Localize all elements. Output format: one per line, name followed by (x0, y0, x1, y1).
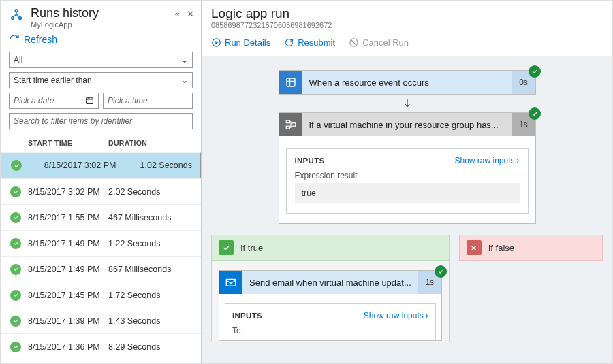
chevron-right-icon: › (426, 311, 428, 320)
branch-true-header[interactable]: If true (211, 235, 450, 261)
time-mode-value: Start time earlier than (14, 76, 92, 85)
inputs-title: INPUTS (295, 156, 325, 165)
svg-point-1 (12, 17, 14, 20)
status-success-icon (10, 264, 21, 275)
status-success-icon (10, 238, 21, 249)
branch-true-label: If true (240, 243, 263, 253)
svg-rect-7 (286, 120, 289, 123)
success-badge-icon (435, 265, 447, 278)
panel-subtitle: MyLogicApp (31, 20, 99, 29)
outlook-icon (219, 271, 242, 294)
refresh-icon (9, 34, 20, 45)
branch-true-body: Send email when virtual machine updat...… (211, 261, 450, 342)
branch-true: If true Send email when virtual machine … (211, 235, 450, 342)
email-action-node[interactable]: Send email when virtual machine updat...… (219, 270, 442, 341)
email-inputs-box: INPUTS Show raw inputs › To (225, 303, 436, 340)
table-row[interactable]: 8/15/2017 1:49 PM1.22 Seconds (1, 230, 201, 256)
run-details-label: Run Details (225, 37, 270, 48)
svg-rect-6 (287, 78, 295, 86)
cell-duration: 1.22 Seconds (108, 239, 160, 248)
search-input[interactable]: Search to filter items by identifier (9, 113, 193, 129)
show-raw-inputs-link[interactable]: Show raw inputs › (454, 156, 519, 165)
cell-start-time: 8/15/2017 3:02 PM (44, 161, 125, 170)
detail-toolbar: Run Details Resubmit Cancel Run (202, 31, 612, 56)
time-mode-select[interactable]: Start time earlier than ⌄ (9, 72, 193, 88)
cell-duration: 1.72 Seconds (108, 291, 160, 300)
cell-start-time: 8/15/2017 1:49 PM (28, 265, 108, 274)
show-raw-label: Show raw inputs (454, 156, 514, 165)
show-raw-label: Show raw inputs (364, 311, 424, 320)
table-row[interactable]: 8/15/2017 3:02 PM1.02 Seconds (1, 152, 201, 178)
logic-app-icon (7, 6, 25, 24)
cell-start-time: 8/15/2017 1:45 PM (28, 291, 108, 300)
expression-label: Expression result (295, 171, 520, 180)
cell-start-time: 8/15/2017 3:02 PM (28, 187, 108, 197)
filters: All ⌄ Start time earlier than ⌄ Pick a d… (1, 52, 201, 129)
show-raw-inputs-link[interactable]: Show raw inputs › (364, 311, 428, 320)
status-success-icon (10, 290, 21, 301)
svg-rect-8 (286, 126, 289, 129)
cell-start-time: 8/15/2017 1:55 PM (28, 213, 108, 222)
trigger-label: When a resource event occurs (302, 78, 512, 88)
resubmit-button[interactable]: Resubmit (284, 37, 335, 48)
event-grid-icon (279, 71, 302, 94)
col-duration-header: DURATION (108, 139, 147, 147)
panel-title: Runs history (31, 6, 99, 20)
time-input[interactable]: Pick a time (103, 93, 193, 109)
condition-body: INPUTS Show raw inputs › Expression resu… (279, 136, 535, 223)
svg-point-2 (19, 17, 22, 20)
cell-duration: 467 Milliseconds (108, 213, 171, 222)
chevron-down-icon: ⌄ (181, 55, 188, 65)
branch-false: If false (459, 235, 603, 342)
status-filter-value: All (14, 55, 22, 65)
run-detail-panel: Logic app run 08586987723215706036981692… (202, 1, 612, 363)
cell-duration: 867 Milliseconds (108, 265, 171, 274)
run-details-button[interactable]: Run Details (211, 37, 270, 48)
svg-rect-3 (87, 98, 93, 104)
runs-table: START TIME DURATION 8/15/2017 3:02 PM1.0… (1, 139, 201, 363)
condition-branches: If true Send email when virtual machine … (211, 235, 603, 342)
time-placeholder: Pick a time (108, 96, 148, 105)
condition-icon (279, 113, 302, 136)
success-badge-icon (529, 65, 541, 78)
refresh-label: Refresh (24, 34, 57, 45)
cell-duration: 8.29 Seconds (108, 342, 160, 352)
branch-false-header[interactable]: If false (459, 235, 603, 261)
detail-title: Logic app run (211, 6, 603, 21)
date-input[interactable]: Pick a date (9, 93, 99, 109)
status-success-icon (11, 160, 22, 171)
x-icon (467, 240, 482, 255)
date-placeholder: Pick a date (14, 96, 54, 105)
detail-header: Logic app run 08586987723215706036981692… (202, 1, 612, 31)
svg-rect-9 (292, 123, 295, 127)
table-row[interactable]: 8/15/2017 1:36 PM8.29 Seconds (1, 333, 201, 359)
table-row[interactable]: 8/15/2017 1:55 PM467 Milliseconds (1, 204, 201, 230)
search-placeholder: Search to filter items by identifier (14, 116, 132, 126)
cancel-icon (349, 37, 359, 48)
calendar-icon (85, 96, 94, 107)
collapse-button[interactable]: « (175, 9, 180, 19)
cell-duration: 1.43 Seconds (108, 316, 160, 326)
table-row[interactable]: 8/15/2017 1:45 PM1.72 Seconds (1, 282, 201, 308)
trigger-node[interactable]: When a resource event occurs 0s (279, 70, 536, 95)
details-icon (211, 37, 221, 48)
table-row[interactable]: 8/15/2017 3:02 PM2.02 Seconds (1, 178, 201, 204)
refresh-button[interactable]: Refresh (1, 31, 201, 52)
workflow-canvas[interactable]: When a resource event occurs 0s If a vir… (202, 56, 612, 363)
chevron-down-icon: ⌄ (181, 76, 188, 85)
chevron-right-icon: › (517, 156, 520, 165)
status-success-icon (10, 212, 21, 223)
condition-node[interactable]: If a virtual machine in your resource gr… (279, 112, 536, 224)
svg-point-0 (15, 10, 18, 12)
table-row[interactable]: 8/15/2017 1:49 PM867 Milliseconds (1, 256, 201, 282)
table-row[interactable]: 8/15/2017 1:39 PM1.43 Seconds (1, 308, 201, 333)
status-filter-select[interactable]: All ⌄ (9, 52, 193, 68)
run-id: 08586987723215706036981692672 (211, 21, 603, 29)
table-header: START TIME DURATION (1, 139, 201, 152)
condition-label: If a virtual machine in your resource gr… (302, 120, 512, 130)
cancel-run-button: Cancel Run (349, 37, 409, 48)
close-button[interactable]: ✕ (187, 9, 194, 19)
cell-start-time: 8/15/2017 1:49 PM (28, 239, 108, 248)
cell-duration: 2.02 Seconds (108, 187, 160, 197)
resubmit-label: Resubmit (298, 37, 335, 48)
